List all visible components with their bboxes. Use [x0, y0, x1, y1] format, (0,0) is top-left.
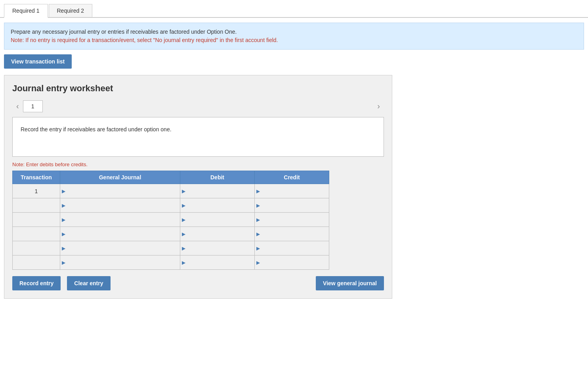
tabs-container: Required 1 Required 2 [0, 4, 588, 18]
transaction-cell-0: 1 [13, 184, 60, 198]
header-general-journal: General Journal [60, 171, 180, 184]
journal-entry-worksheet: Journal entry worksheet ‹ 1 › Record the… [4, 75, 392, 299]
info-note: Note: If no entry is required for a tran… [11, 37, 278, 43]
journal-cell-2[interactable]: ▶ [60, 213, 180, 227]
clear-entry-button[interactable]: Clear entry [67, 276, 110, 290]
tab-required2[interactable]: Required 2 [49, 4, 93, 17]
info-text: Prepare any necessary journal entry or e… [11, 29, 237, 35]
debit-arrow-icon-5: ▶ [182, 260, 185, 265]
credit-input-5[interactable] [261, 258, 327, 267]
credit-arrow-icon-4: ▶ [256, 246, 260, 251]
credit-cell-4[interactable]: ▶ [255, 241, 329, 255]
debit-input-5[interactable] [186, 258, 253, 267]
journal-cell-0[interactable]: ▶ [60, 184, 180, 198]
journal-arrow-icon-2: ▶ [62, 217, 65, 223]
credit-input-1[interactable] [261, 201, 327, 210]
journal-input-3[interactable] [66, 229, 178, 238]
debit-input-0[interactable] [186, 186, 253, 196]
debit-cell-2[interactable]: ▶ [180, 213, 255, 227]
table-row: ▶▶▶ [13, 227, 329, 241]
journal-arrow-icon-3: ▶ [62, 231, 65, 237]
current-page-tab: 1 [23, 100, 43, 112]
debit-cell-3[interactable]: ▶ [180, 227, 255, 241]
debit-input-4[interactable] [186, 244, 253, 253]
journal-input-0[interactable] [66, 186, 178, 196]
journal-arrow-icon-1: ▶ [62, 203, 65, 208]
tab-required1[interactable]: Required 1 [4, 4, 48, 18]
journal-cell-4[interactable]: ▶ [60, 241, 180, 255]
record-entry-button[interactable]: Record entry [12, 276, 61, 290]
journal-input-5[interactable] [66, 258, 178, 267]
debit-input-2[interactable] [186, 215, 253, 224]
credit-cell-0[interactable]: ▶ [255, 184, 329, 198]
view-transaction-wrap: View transaction list [4, 54, 584, 69]
debit-input-3[interactable] [186, 229, 253, 238]
debit-input-1[interactable] [186, 201, 253, 210]
transaction-cell-1 [13, 198, 60, 213]
credit-arrow-icon-0: ▶ [256, 188, 260, 194]
journal-cell-5[interactable]: ▶ [60, 255, 180, 270]
credit-cell-5[interactable]: ▶ [255, 255, 329, 270]
journal-arrow-icon-0: ▶ [62, 188, 65, 194]
entry-description: Record the entry if receivables are fact… [12, 117, 384, 157]
header-transaction: Transaction [13, 171, 60, 184]
credit-cell-2[interactable]: ▶ [255, 213, 329, 227]
debit-cell-5[interactable]: ▶ [180, 255, 255, 270]
table-row: ▶▶▶ [13, 241, 329, 255]
debit-arrow-icon-0: ▶ [182, 188, 185, 194]
info-box: Prepare any necessary journal entry or e… [4, 23, 584, 50]
journal-arrow-icon-5: ▶ [62, 260, 65, 265]
credit-input-2[interactable] [261, 215, 327, 224]
credit-input-3[interactable] [261, 229, 327, 238]
view-general-journal-button[interactable]: View general journal [316, 276, 384, 290]
debit-arrow-icon-1: ▶ [182, 203, 185, 208]
table-row: ▶▶▶ [13, 198, 329, 213]
debit-cell-1[interactable]: ▶ [180, 198, 255, 213]
bottom-buttons: Record entry Clear entry View general jo… [12, 276, 384, 290]
journal-arrow-icon-4: ▶ [62, 246, 65, 251]
journal-cell-1[interactable]: ▶ [60, 198, 180, 213]
credit-cell-3[interactable]: ▶ [255, 227, 329, 241]
header-credit: Credit [255, 171, 329, 184]
credit-cell-1[interactable]: ▶ [255, 198, 329, 213]
journal-input-1[interactable] [66, 201, 178, 210]
header-debit: Debit [180, 171, 255, 184]
transaction-cell-4 [13, 241, 60, 255]
credit-arrow-icon-1: ▶ [256, 203, 260, 208]
credit-arrow-icon-2: ▶ [256, 217, 260, 223]
worksheet-title: Journal entry worksheet [12, 83, 384, 94]
transaction-cell-3 [13, 227, 60, 241]
transaction-cell-5 [13, 255, 60, 270]
prev-page-arrow[interactable]: ‹ [12, 100, 23, 112]
credit-input-4[interactable] [261, 244, 327, 253]
debit-cell-4[interactable]: ▶ [180, 241, 255, 255]
credit-arrow-icon-3: ▶ [256, 231, 260, 237]
journal-input-4[interactable] [66, 244, 178, 253]
table-row: ▶▶▶ [13, 213, 329, 227]
view-transaction-button[interactable]: View transaction list [4, 54, 72, 69]
journal-input-2[interactable] [66, 215, 178, 224]
next-page-arrow[interactable]: › [373, 100, 384, 112]
transaction-cell-2 [13, 213, 60, 227]
debit-arrow-icon-2: ▶ [182, 217, 185, 223]
debit-arrow-icon-4: ▶ [182, 246, 185, 251]
journal-cell-3[interactable]: ▶ [60, 227, 180, 241]
credit-arrow-icon-5: ▶ [256, 260, 260, 265]
debit-arrow-icon-3: ▶ [182, 231, 185, 237]
journal-table: Transaction General Journal Debit Credit… [12, 171, 329, 270]
credit-input-0[interactable] [261, 186, 327, 196]
note-debits: Note: Enter debits before credits. [12, 161, 384, 167]
table-row: 1▶▶▶ [13, 184, 329, 198]
page-navigation: ‹ 1 › [12, 100, 384, 112]
table-row: ▶▶▶ [13, 255, 329, 270]
debit-cell-0[interactable]: ▶ [180, 184, 255, 198]
